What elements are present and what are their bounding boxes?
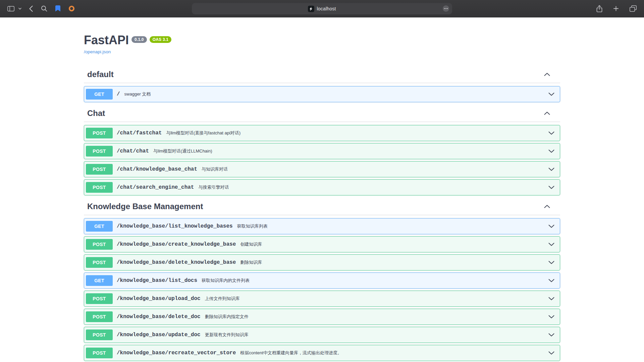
expand-operation-button[interactable]	[548, 351, 555, 355]
collapse-section-button[interactable]	[543, 111, 551, 116]
extension-record-button[interactable]	[67, 4, 76, 13]
expand-operation-button[interactable]	[548, 296, 555, 301]
api-title-text: FastAPI	[84, 33, 129, 47]
chevron-up-icon	[544, 73, 550, 76]
openapi-spec-link[interactable]: /openapi.json	[84, 49, 111, 54]
expand-operation-button[interactable]	[548, 260, 555, 265]
sidebar-menu-button[interactable]	[17, 6, 23, 11]
section-header[interactable]: default	[84, 68, 560, 83]
method-badge: GET	[86, 89, 113, 100]
method-badge: POST	[86, 311, 113, 322]
page-menu-button[interactable]	[442, 5, 449, 12]
expand-operation-button[interactable]	[548, 242, 555, 247]
operation-row[interactable]: GET/knowledge_base/list_knowledge_bases获…	[84, 218, 560, 234]
version-badge: 0.1.0	[131, 36, 147, 43]
expand-operation-button[interactable]	[548, 333, 555, 337]
plus-icon	[613, 6, 619, 11]
address-bar[interactable]: localhost	[192, 3, 452, 14]
extension-bookmark-button[interactable]	[54, 4, 62, 13]
method-badge: POST	[86, 164, 113, 175]
search-icon	[41, 5, 47, 12]
method-badge: POST	[86, 329, 113, 340]
section-title: default	[87, 69, 114, 79]
collapse-section-button[interactable]	[543, 204, 551, 209]
operations-list: POST/chat/fastchat与llm模型对话(直接与fastchat a…	[84, 125, 560, 195]
api-info: FastAPI0.1.0OAS 3.1 /openapi.json	[84, 33, 560, 55]
search-button[interactable]	[40, 4, 49, 13]
browser-toolbar: localhost	[0, 0, 644, 17]
operation-row[interactable]: POST/chat/knowledge_base_chat与知识库对话	[84, 161, 560, 177]
method-badge: POST	[86, 257, 113, 268]
chevron-down-icon	[548, 131, 554, 135]
section-header[interactable]: Knowledge Base Management	[84, 200, 560, 215]
chevron-down-icon	[548, 261, 554, 264]
url-text: localhost	[317, 6, 336, 11]
operation-summary: 上传文件到知识库	[205, 296, 240, 302]
tabs-overview-icon	[630, 5, 637, 12]
expand-operation-button[interactable]	[548, 278, 555, 283]
method-badge: POST	[86, 293, 113, 304]
operation-path: /chat/chat	[117, 148, 149, 154]
new-tab-button[interactable]	[612, 4, 620, 13]
expand-operation-button[interactable]	[548, 149, 555, 154]
share-button[interactable]	[595, 4, 604, 14]
method-badge: GET	[86, 221, 113, 232]
operation-path: /knowledge_base/delete_doc	[117, 314, 201, 320]
blue-bookmark-icon	[55, 5, 60, 12]
operation-row[interactable]: POST/knowledge_base/recreate_vector_stor…	[84, 345, 560, 361]
operation-summary: 与搜索引擎对话	[198, 184, 229, 190]
operations-list: GET/knowledge_base/list_knowledge_bases获…	[84, 218, 560, 361]
expand-operation-button[interactable]	[548, 131, 555, 135]
expand-operation-button[interactable]	[548, 314, 555, 319]
ellipsis-circle-icon	[442, 5, 449, 12]
api-title: FastAPI0.1.0OAS 3.1	[84, 33, 560, 48]
page-content: FastAPI0.1.0OAS 3.1 /openapi.json defaul…	[0, 17, 644, 362]
chevron-down-icon	[548, 297, 554, 300]
operation-row[interactable]: POST/chat/search_engine_chat与搜索引擎对话	[84, 179, 560, 195]
operation-summary: 获取知识库列表	[237, 223, 268, 229]
operation-row[interactable]: POST/knowledge_base/delete_knowledge_bas…	[84, 254, 560, 270]
expand-operation-button[interactable]	[548, 185, 555, 190]
chevron-down-icon	[548, 149, 554, 153]
operation-row[interactable]: POST/knowledge_base/upload_doc上传文件到知识库	[84, 291, 560, 307]
operation-row[interactable]: POST/chat/chat与llm模型对话(通过LLMChain)	[84, 143, 560, 159]
operation-path: /chat/fastchat	[117, 130, 162, 136]
operation-row[interactable]: GET/swagger 文档	[84, 86, 560, 102]
tab-overview-button[interactable]	[628, 4, 638, 13]
back-button[interactable]	[28, 4, 34, 13]
collapse-section-button[interactable]	[543, 72, 551, 77]
operation-row[interactable]: POST/knowledge_base/delete_doc删除知识库内指定文件	[84, 309, 560, 325]
orange-ring-icon	[68, 5, 75, 12]
operation-row[interactable]: POST/chat/fastchat与llm模型对话(直接与fastchat a…	[84, 125, 560, 141]
operation-path: /knowledge_base/upload_doc	[117, 296, 201, 302]
expand-operation-button[interactable]	[548, 167, 555, 172]
sidebar-toggle-button[interactable]	[6, 5, 16, 13]
toolbar-right-group	[587, 4, 638, 14]
method-badge: POST	[86, 128, 113, 138]
section-header[interactable]: Chat	[84, 107, 560, 122]
chevron-down-icon	[18, 8, 21, 10]
chevron-down-icon	[548, 225, 554, 228]
operation-row[interactable]: POST/knowledge_base/update_doc更新现有文件到知识库	[84, 327, 560, 343]
operation-path: /	[117, 91, 120, 97]
operation-row[interactable]: GET/knowledge_base/list_docs获取知识库内的文件列表	[84, 273, 560, 289]
operation-row[interactable]: POST/knowledge_base/create_knowledge_bas…	[84, 236, 560, 252]
expand-operation-button[interactable]	[548, 92, 555, 97]
site-favicon-icon	[308, 6, 314, 12]
chevron-down-icon	[548, 279, 554, 282]
chevron-down-icon	[548, 333, 554, 337]
operation-path: /knowledge_base/recreate_vector_store	[117, 350, 236, 356]
operation-summary: 删除知识库	[240, 259, 262, 265]
chevron-down-icon	[548, 351, 554, 355]
chevron-down-icon	[548, 315, 554, 318]
toolbar-left-group	[6, 4, 82, 13]
section-title: Knowledge Base Management	[87, 201, 203, 212]
oas-badge: OAS 3.1	[150, 36, 171, 43]
chevron-up-icon	[544, 205, 550, 208]
operation-path: /knowledge_base/update_doc	[117, 332, 201, 338]
method-badge: POST	[86, 239, 113, 250]
expand-operation-button[interactable]	[548, 224, 555, 229]
chevron-down-icon	[548, 243, 554, 246]
operation-summary: 根据content中文档重建向量库，流式输出处理进度。	[240, 350, 342, 356]
operation-summary: 获取知识库内的文件列表	[202, 278, 250, 284]
